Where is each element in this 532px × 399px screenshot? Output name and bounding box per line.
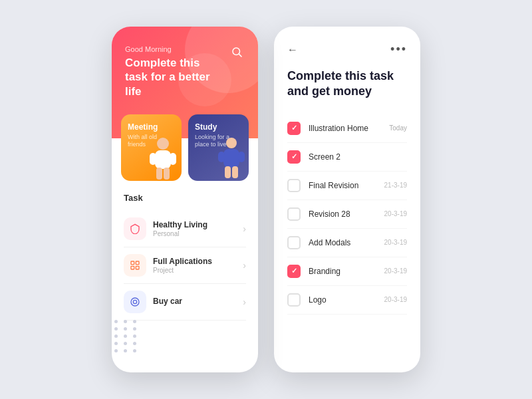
svg-rect-16: [136, 261, 139, 265]
checklist-item-3: Final Revision 21-3-19: [287, 172, 407, 200]
checklist-date-7: 20-3-19: [384, 296, 407, 303]
svg-rect-7: [164, 168, 170, 180]
task-sub-applications: Project: [153, 267, 243, 274]
study-card[interactable]: Study Looking for a place to live: [188, 114, 249, 181]
circle-icon: [130, 297, 140, 307]
checkbox-4[interactable]: [287, 207, 301, 221]
greeting-text: Good Morning: [125, 45, 245, 53]
meeting-card-label: Meeting: [128, 122, 175, 132]
svg-rect-6: [156, 168, 162, 180]
task-name-healthy: Healthy Living: [153, 220, 243, 229]
task-item-buycar[interactable]: Buy car ›: [124, 284, 246, 321]
task-info-buycar: Buy car: [153, 297, 243, 307]
svg-rect-4: [150, 153, 156, 165]
svg-rect-17: [131, 266, 134, 269]
task-sub-healthy: Personal: [153, 230, 243, 237]
task-info-applications: Full Aplications Project: [153, 257, 243, 274]
checklist-item-2: Screen 2: [287, 143, 407, 172]
svg-rect-14: [232, 166, 238, 178]
meeting-person-illustration: [146, 134, 180, 181]
buycar-icon-wrap: [124, 291, 146, 313]
grid-icon: [130, 260, 140, 271]
more-menu-button[interactable]: •••: [390, 43, 407, 57]
healthy-icon-wrap: [124, 217, 146, 240]
checklist-item-7: Logo 20-3-19: [287, 286, 407, 315]
task-name-applications: Full Aplications: [153, 257, 243, 266]
checklist-item-5: Add Modals 20-3-19: [287, 229, 407, 257]
chevron-right-icon-2: ›: [243, 260, 246, 271]
back-button[interactable]: ←: [287, 44, 298, 56]
applications-icon-wrap: [124, 254, 146, 277]
cards-row: Meeting With all old friends Study Looki…: [112, 114, 258, 181]
right-top-bar: ← •••: [287, 43, 407, 57]
checklist-item-6: Branding 20-3-19: [287, 257, 407, 286]
task-item-healthy[interactable]: Healthy Living Personal ›: [124, 211, 246, 247]
task-name-buycar: Buy car: [153, 297, 243, 306]
svg-point-19: [131, 298, 139, 306]
checkbox-3[interactable]: [287, 179, 301, 192]
task-info-healthy: Healthy Living Personal: [153, 220, 243, 237]
checklist-item-4: Revision 28 20-3-19: [287, 200, 407, 229]
search-button[interactable]: [227, 43, 246, 61]
checkbox-7[interactable]: [287, 293, 301, 307]
checkbox-1[interactable]: [287, 122, 301, 135]
search-icon: [231, 46, 243, 58]
svg-rect-11: [218, 152, 225, 162]
checklist-item-1: Illustration Home Today: [287, 114, 407, 143]
task-section-heading: Task: [124, 193, 246, 203]
svg-point-8: [226, 138, 237, 148]
checklist-date-3: 21-3-19: [384, 182, 407, 189]
dot-grid-decoration: [112, 320, 138, 352]
checklist-date-6: 20-3-19: [384, 267, 407, 275]
right-page-title: Complete this task and get money: [287, 68, 407, 100]
chevron-right-icon-3: ›: [243, 297, 246, 307]
chevron-right-icon: ›: [243, 223, 246, 234]
checkbox-6[interactable]: [287, 265, 301, 278]
right-phone: ← ••• Complete this task and get money I…: [274, 27, 420, 372]
svg-rect-12: [238, 152, 245, 162]
header-title: Complete this task for a better life: [125, 56, 218, 98]
checklist-date-1: Today: [389, 124, 407, 132]
left-phone: Good Morning Complete this task for a be…: [112, 27, 258, 372]
checklist-label-3: Final Revision: [309, 181, 379, 190]
checkbox-2[interactable]: [287, 150, 301, 164]
checklist-label-2: Screen 2: [309, 152, 402, 162]
app-container: Good Morning Complete this task for a be…: [112, 27, 420, 372]
task-item-applications[interactable]: Full Aplications Project ›: [124, 247, 246, 284]
svg-rect-15: [131, 261, 134, 265]
checklist-label-6: Branding: [309, 267, 379, 276]
checklist: Illustration Home Today Screen 2 Final R…: [287, 114, 407, 315]
svg-rect-10: [223, 149, 239, 168]
checklist-date-4: 20-3-19: [384, 210, 407, 217]
checklist-date-5: 20-3-19: [384, 239, 407, 246]
study-card-label: Study: [195, 122, 242, 132]
meeting-card[interactable]: Meeting With all old friends: [121, 114, 182, 181]
checklist-label-1: Illustration Home: [309, 124, 384, 133]
shield-icon: [130, 223, 140, 234]
svg-rect-5: [170, 153, 176, 165]
svg-rect-18: [136, 266, 139, 269]
svg-point-0: [233, 48, 240, 55]
checklist-label-5: Add Modals: [309, 238, 379, 247]
checklist-label-4: Revision 28: [309, 209, 379, 219]
svg-line-1: [239, 54, 241, 57]
checkbox-5[interactable]: [287, 236, 301, 249]
task-section: Task Healthy Living Personal ›: [112, 181, 258, 327]
svg-point-20: [133, 300, 136, 303]
svg-rect-13: [225, 166, 231, 178]
study-person-illustration: [215, 134, 247, 181]
checklist-label-7: Logo: [309, 295, 379, 305]
svg-rect-3: [155, 150, 171, 169]
svg-point-2: [157, 138, 169, 150]
